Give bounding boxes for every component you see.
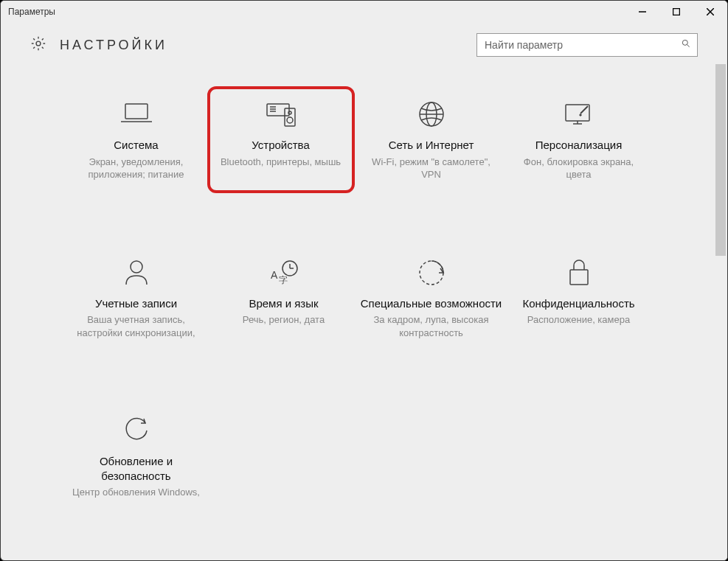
tile-desc: Wi-Fi, режим "в самолете", VPN bbox=[361, 156, 502, 181]
scrollbar-thumb[interactable] bbox=[715, 64, 726, 256]
tile-accounts[interactable]: Учетные записи Ваша учетная запись, наст… bbox=[63, 252, 210, 344]
window-controls bbox=[625, 1, 727, 23]
search-icon bbox=[681, 38, 691, 52]
svg-rect-19 bbox=[566, 105, 589, 121]
lock-icon bbox=[566, 257, 592, 289]
svg-rect-1 bbox=[673, 9, 680, 15]
svg-text:A: A bbox=[271, 269, 278, 281]
ease-of-access-icon bbox=[417, 257, 446, 289]
tile-update-security[interactable]: Обновление и безопасность Центр обновлен… bbox=[63, 410, 210, 503]
tile-system[interactable]: Система Экран, уведомления, приложения; … bbox=[63, 94, 210, 186]
content-area: Система Экран, уведомления, приложения; … bbox=[1, 64, 727, 560]
tile-network[interactable]: Сеть и Интернет Wi-Fi, режим "в самолете… bbox=[358, 94, 505, 186]
personalization-icon bbox=[563, 98, 595, 130]
tile-title: Персонализация bbox=[535, 138, 623, 153]
svg-rect-29 bbox=[570, 270, 588, 285]
scrollbar[interactable] bbox=[714, 64, 727, 560]
page-title: НАСТРОЙКИ bbox=[60, 38, 476, 53]
tile-desc: Bluetooth, принтеры, мышь bbox=[215, 156, 347, 169]
window-title: Параметры bbox=[8, 7, 625, 17]
update-icon bbox=[122, 414, 151, 447]
svg-line-6 bbox=[687, 44, 689, 46]
tile-desc: Расположение, камера bbox=[521, 313, 636, 327]
svg-point-15 bbox=[287, 117, 293, 123]
settings-window: Параметры НАСТРОЙКИ bbox=[0, 0, 728, 561]
tile-desc: Речь, регион, дата bbox=[237, 313, 330, 327]
gear-icon bbox=[30, 35, 46, 55]
tile-title: Учетные записи bbox=[95, 296, 177, 311]
tile-desc: Ваша учетная запись, настройки синхрониз… bbox=[66, 313, 207, 339]
tile-ease-of-access[interactable]: Специальные возможности За кадром, лупа,… bbox=[358, 252, 505, 344]
laptop-icon bbox=[119, 98, 153, 130]
maximize-button[interactable] bbox=[659, 1, 693, 23]
tile-title: Конфиденциальность bbox=[522, 296, 634, 311]
tile-desc: Экран, уведомления, приложения; питание bbox=[66, 156, 207, 181]
header: НАСТРОЙКИ bbox=[1, 23, 727, 64]
tile-title: Обновление и безопасность bbox=[66, 454, 207, 483]
globe-icon bbox=[417, 98, 446, 130]
tile-desc: Фон, блокировка экрана, цвета bbox=[508, 156, 650, 181]
titlebar: Параметры bbox=[1, 1, 727, 23]
tile-desc: Центр обновления Windows, bbox=[66, 486, 206, 499]
svg-point-22 bbox=[131, 261, 142, 273]
tile-time-language[interactable]: A 字 Время и язык Речь, регион, дата bbox=[210, 252, 358, 344]
tile-title: Время и язык bbox=[249, 296, 318, 311]
tile-desc: За кадром, лупа, высокая контрастность bbox=[361, 313, 502, 339]
person-icon bbox=[123, 257, 150, 289]
svg-point-14 bbox=[288, 111, 291, 114]
tile-title: Устройства bbox=[252, 138, 309, 153]
svg-point-5 bbox=[682, 40, 687, 45]
tile-title: Система bbox=[114, 138, 158, 153]
devices-icon bbox=[263, 98, 299, 130]
tiles-container: Система Экран, уведомления, приложения; … bbox=[1, 64, 714, 560]
svg-rect-9 bbox=[267, 104, 289, 116]
tile-personalization[interactable]: Персонализация Фон, блокировка экрана, ц… bbox=[505, 94, 653, 186]
svg-text:字: 字 bbox=[279, 275, 288, 285]
close-button[interactable] bbox=[693, 1, 727, 23]
search-input[interactable] bbox=[483, 38, 681, 52]
tile-title: Сеть и Интернет bbox=[389, 138, 474, 153]
search-box[interactable] bbox=[476, 33, 698, 57]
svg-rect-7 bbox=[125, 104, 148, 119]
time-language-icon: A 字 bbox=[266, 257, 302, 289]
minimize-button[interactable] bbox=[625, 1, 659, 23]
tile-title: Специальные возможности bbox=[361, 296, 502, 311]
svg-point-4 bbox=[36, 41, 41, 46]
tile-privacy[interactable]: Конфиденциальность Расположение, камера bbox=[505, 252, 653, 344]
tile-devices[interactable]: Устройства Bluetooth, принтеры, мышь bbox=[207, 86, 355, 193]
